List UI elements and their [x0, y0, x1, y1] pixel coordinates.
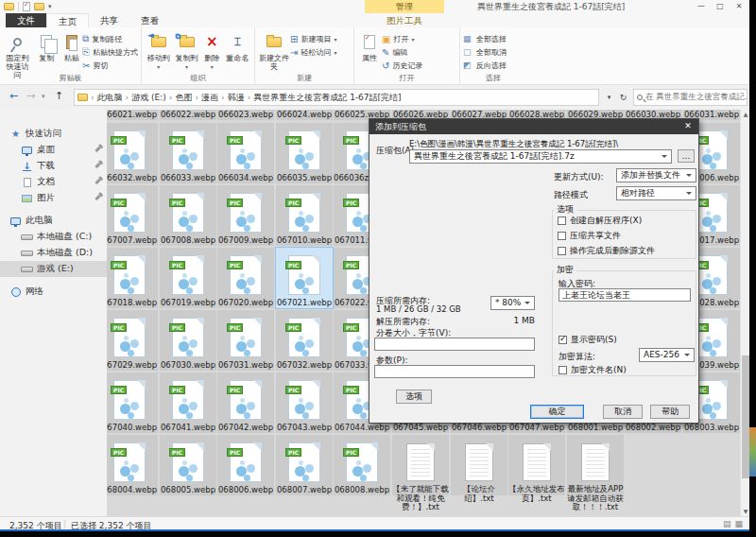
paste-shortcut-button[interactable]: ⎘粘贴快捷方式: [82, 45, 138, 59]
open-button[interactable]: ▣打开▾: [382, 32, 422, 45]
file-item[interactable]: 【来了就能下载和观看！纯免费！】.txt: [392, 435, 449, 495]
file-item[interactable]: PIC067040.webp: [107, 372, 158, 433]
up-button[interactable]: ↑: [55, 90, 63, 102]
path-mode-combo[interactable]: 相对路径: [616, 186, 696, 200]
properties-button[interactable]: 属性: [357, 29, 382, 62]
file-item[interactable]: PIC067041.webp: [160, 372, 216, 433]
file-item[interactable]: 066024.webp: [276, 110, 333, 120]
file-item[interactable]: 066022.webp: [160, 110, 216, 120]
select-none-button[interactable]: ▢全部取消: [463, 45, 507, 59]
edit-button[interactable]: ✎编辑: [382, 45, 422, 59]
update-mode-combo[interactable]: 添加并替换文件: [616, 168, 696, 182]
parameters-input[interactable]: [374, 365, 535, 378]
sidebar-item[interactable]: 本地磁盘 (D:): [0, 245, 107, 261]
show-password-checkbox[interactable]: 显示密码(S): [558, 334, 617, 346]
file-item[interactable]: PIC067030.webp: [160, 310, 216, 371]
file-item[interactable]: PIC067018.webp: [107, 248, 158, 308]
crumb-folder-3[interactable]: 韩漫: [228, 92, 245, 104]
file-item[interactable]: PIC066035.webp: [276, 123, 333, 183]
history-button[interactable]: ↺历史记录: [382, 59, 422, 72]
file-item[interactable]: 【论坛介绍】.txt: [451, 435, 507, 495]
maximize-button[interactable]: □: [711, 0, 730, 13]
sidebar-item[interactable]: 游戏 (E:): [0, 261, 107, 277]
file-item[interactable]: PIC067020.webp: [217, 248, 274, 308]
select-all-button[interactable]: ▦全部选择: [463, 32, 507, 45]
file-item[interactable]: 最新地址及APP请发邮箱自动获取！！！.txt: [567, 435, 624, 495]
shared-files-checkbox[interactable]: 压缩共享文件: [558, 230, 621, 242]
archive-name-combo[interactable]: 異世界重生之後宮養成記 1-67話[完结].7z: [409, 149, 672, 164]
crumb-folder-2[interactable]: 漫画: [201, 92, 218, 104]
file-item[interactable]: PIC067021.webp: [276, 248, 333, 308]
crumb-drive-e[interactable]: 游戏 (E:): [131, 92, 166, 104]
file-item[interactable]: PIC067031.webp: [217, 310, 274, 371]
invert-selection-button[interactable]: ◩反向选择: [463, 59, 507, 72]
crumb-folder-1[interactable]: 色图: [175, 92, 192, 104]
advanced-options-button[interactable]: 选项: [396, 390, 432, 404]
sidebar-item[interactable]: 图片: [0, 190, 107, 206]
file-item[interactable]: PIC068004.webp: [107, 435, 158, 495]
ok-button[interactable]: 确定: [530, 405, 584, 419]
recent-locations-chevron-icon[interactable]: ▾: [42, 93, 45, 100]
encryption-method-combo[interactable]: AES-256: [639, 348, 695, 362]
file-item[interactable]: PIC067019.webp: [160, 248, 216, 308]
forward-button[interactable]: →: [26, 90, 35, 102]
sidebar-section[interactable]: 此电脑: [0, 213, 107, 229]
file-item[interactable]: PIC068007.webp: [276, 435, 333, 495]
crumb-this-pc[interactable]: 此电脑: [97, 92, 123, 104]
tab-view[interactable]: 查看: [129, 13, 170, 27]
close-button[interactable]: ✕: [730, 0, 748, 13]
memory-percent-combo[interactable]: * 80%: [490, 296, 535, 310]
delete-button[interactable]: × 删除▾: [200, 29, 223, 71]
file-item[interactable]: PIC067009.webp: [217, 185, 274, 246]
file-item[interactable]: PIC066033.webp: [160, 123, 216, 183]
breadcrumb[interactable]: › 此电脑› 游戏 (E:)› 色图› 漫画› 韩漫› 異世界重生之後宮養成記 …: [74, 89, 599, 106]
file-item[interactable]: PIC067029.webp: [107, 310, 158, 371]
copy-button[interactable]: 复制: [32, 29, 61, 62]
back-button[interactable]: ←: [9, 90, 18, 102]
minimize-button[interactable]: —: [692, 0, 711, 13]
sidebar-item[interactable]: 文档: [0, 174, 107, 190]
new-item-button[interactable]: ⊞新建项目▾: [290, 32, 336, 45]
file-item[interactable]: PIC066034.webp: [217, 123, 274, 183]
details-view-icon[interactable]: ▤: [723, 519, 731, 528]
scrollbar-thumb[interactable]: [742, 355, 749, 478]
new-folder-button[interactable]: 新建文件夹: [258, 29, 290, 71]
rename-button[interactable]: ⌶ 重命名: [223, 29, 251, 62]
file-item[interactable]: PIC067007.webp: [107, 185, 158, 246]
thumbnail-view-icon[interactable]: ▦: [734, 519, 743, 528]
create-sfx-checkbox[interactable]: 创建自解压程序(X): [558, 215, 642, 227]
file-item[interactable]: PIC068006.webp: [217, 435, 274, 495]
crumb-current-folder[interactable]: 異世界重生之後宮養成記 1-67話[完结]: [253, 92, 401, 104]
move-to-button[interactable]: ◄ 移动到▾: [145, 29, 173, 71]
cut-button[interactable]: ✂剪切: [82, 59, 138, 72]
sidebar-section[interactable]: 网络: [0, 284, 107, 300]
vertical-scrollbar[interactable]: ▲ ▼: [740, 110, 749, 516]
copy-path-button[interactable]: ⧉复制路径: [82, 32, 138, 45]
file-item[interactable]: PIC068005.webp: [160, 435, 216, 495]
sidebar-item[interactable]: ↓下载: [0, 158, 107, 174]
sidebar-item[interactable]: 本地磁盘 (C:): [0, 229, 107, 245]
file-item[interactable]: PIC066032.webp: [107, 123, 158, 183]
password-input[interactable]: [558, 288, 691, 302]
tab-file[interactable]: 文件: [6, 13, 46, 27]
dialog-close-icon[interactable]: ✕: [678, 119, 698, 134]
easy-access-button[interactable]: ⇥轻松访问▾: [290, 45, 336, 59]
tab-home[interactable]: 主页: [46, 13, 89, 27]
copy-to-button[interactable]: ⧉ 复制到▾: [173, 29, 201, 71]
file-item[interactable]: PIC067010.webp: [276, 185, 333, 246]
tab-picture-tools[interactable]: 图片工具: [365, 13, 444, 27]
help-button[interactable]: 帮助: [650, 405, 690, 419]
file-item[interactable]: PIC067008.webp: [160, 185, 216, 246]
file-item[interactable]: PIC068008.webp: [334, 435, 390, 495]
sidebar-item[interactable]: 桌面: [0, 142, 107, 158]
volume-size-input[interactable]: [374, 338, 535, 351]
paste-button[interactable]: 粘贴: [61, 29, 82, 62]
cancel-button[interactable]: 取消: [603, 405, 643, 419]
file-item[interactable]: PIC067043.webp: [276, 372, 333, 433]
delete-after-checkbox[interactable]: 操作完成后删除源文件: [558, 245, 655, 257]
address-dropdown-chevron-icon[interactable]: ▾: [602, 89, 616, 106]
encrypt-names-checkbox[interactable]: 加密文件名(N): [558, 364, 627, 376]
file-item[interactable]: 【永久地址发布页】.txt: [508, 435, 565, 495]
browse-button[interactable]: ...: [678, 149, 695, 163]
file-item[interactable]: 066021.webp: [107, 110, 158, 120]
